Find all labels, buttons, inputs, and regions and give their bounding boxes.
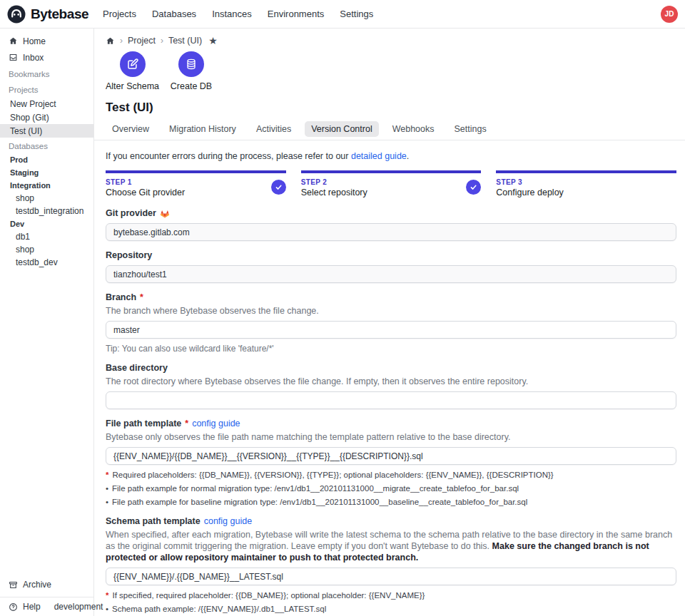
quick-action-create-db[interactable]: Create DB [169, 51, 213, 91]
sidebar-section-projects: Projects [0, 83, 93, 97]
sidebar-item-shop[interactable]: shop [0, 192, 93, 205]
required-asterisk: * [106, 470, 108, 480]
tab-migration-history[interactable]: Migration History [163, 121, 243, 137]
repository-form: Git provider Repository [106, 208, 676, 614]
step-title: Configure deploy [496, 188, 676, 197]
bytebase-logo-icon [7, 5, 26, 24]
branch-input[interactable] [106, 321, 676, 339]
detailed-guide-link[interactable]: detailed guide [351, 151, 407, 161]
user-avatar[interactable]: JD [661, 6, 678, 23]
top-navbar: Bytebase ProjectsDatabasesInstancesEnvir… [0, 0, 685, 29]
sidebar-bottom: Archive Help development [0, 575, 93, 616]
field-branch: Branch * The branch where Bytebase obser… [106, 292, 676, 354]
breadcrumb-separator: › [120, 36, 123, 46]
sidebar-item-dev[interactable]: Dev [0, 217, 93, 230]
page-title: Test (UI) [106, 101, 676, 115]
sidebar-item-new-project[interactable]: New Project [0, 97, 93, 111]
quick-action-label: Create DB [171, 81, 212, 91]
step-label: STEP 3 [496, 178, 676, 186]
help-label[interactable]: Help [23, 602, 41, 612]
field-git-provider: Git provider [106, 208, 676, 241]
bullet-marker: • [106, 604, 108, 614]
home-icon [9, 36, 18, 46]
git-provider-input[interactable] [106, 223, 676, 241]
tab-activities[interactable]: Activities [250, 121, 298, 137]
check-circle-icon [271, 180, 286, 195]
sidebar-item-db1[interactable]: db1 [0, 230, 93, 243]
quick-action-alter-schema[interactable]: Alter Schema [106, 51, 159, 91]
note-text: File path example for normal migration t… [112, 483, 519, 493]
file-path-template-helper: Bytebase only observes the file path nam… [106, 431, 676, 443]
nav-link-settings[interactable]: Settings [340, 9, 373, 19]
tab-overview[interactable]: Overview [106, 121, 156, 137]
sidebar-item-testdb-dev[interactable]: testdb_dev [0, 256, 93, 269]
sidebar-section-bookmarks: Bookmarks [0, 67, 93, 81]
sidebar-item-staging[interactable]: Staging [0, 166, 93, 179]
brand-name: Bytebase [31, 6, 88, 22]
note-text: File path example for baseline migration… [112, 497, 527, 507]
nav-link-environments[interactable]: Environments [268, 9, 324, 19]
note-item: *If specified, required placeholder: {{D… [106, 590, 676, 600]
tab-webhooks[interactable]: Webhooks [386, 121, 441, 137]
wizard-step-2: STEP 2Select repository [301, 170, 482, 197]
repository-input[interactable] [106, 265, 676, 283]
config-guide-link[interactable]: config guide [192, 419, 240, 429]
config-guide-link[interactable]: config guide [204, 516, 252, 527]
archive-label: Archive [23, 580, 51, 590]
git-provider-label: Git provider [106, 208, 676, 219]
nav-link-databases[interactable]: Databases [152, 9, 196, 19]
sidebar-item-inbox[interactable]: Inbox [0, 49, 93, 66]
breadcrumb: › Project › Test (UI) ★ [106, 36, 676, 46]
brand[interactable]: Bytebase [7, 5, 96, 24]
breadcrumb-separator: › [161, 36, 163, 46]
wizard-step-1: STEP 1Choose Git provider [106, 170, 286, 197]
tab-settings[interactable]: Settings [448, 121, 493, 137]
help-bar: Help development [0, 597, 93, 616]
nav-link-instances[interactable]: Instances [212, 9, 252, 19]
field-base-directory: Base directory The root directory where … [106, 363, 676, 409]
database-icon [178, 51, 204, 77]
inbox-icon [9, 53, 18, 62]
breadcrumb-project[interactable]: Project [128, 36, 156, 46]
required-asterisk: * [185, 419, 188, 429]
sidebar-item-home[interactable]: Home [0, 33, 93, 49]
favorite-star-icon[interactable]: ★ [208, 36, 218, 46]
file-path-template-input[interactable] [106, 447, 676, 465]
required-asterisk: * [106, 590, 108, 600]
note-text: Schema path example: /{{ENV_NAME}}/.db1_… [112, 604, 326, 614]
sidebar-item-label: Home [23, 36, 46, 46]
schema-path-template-input[interactable] [106, 568, 676, 585]
file-path-notes: *Required placeholders: {{DB_NAME}}, {{V… [106, 470, 676, 507]
breadcrumb-current[interactable]: Test (UI) [168, 36, 202, 46]
base-directory-helper: The root directory where Bytebase observ… [106, 376, 676, 387]
nav-link-projects[interactable]: Projects [103, 9, 136, 19]
note-item: •File path example for normal migration … [106, 483, 676, 493]
base-directory-input[interactable] [106, 391, 676, 409]
repository-label: Repository [106, 250, 676, 261]
main-nav: ProjectsDatabasesInstancesEnvironmentsSe… [103, 9, 373, 19]
tab-version-control[interactable]: Version Control [305, 121, 378, 137]
schema-path-template-helper: When specified, after each migration, By… [106, 529, 676, 563]
sidebar-item-testdb-integration[interactable]: testdb_integration [0, 205, 93, 217]
bullet-marker: • [106, 483, 108, 493]
sidebar-item-shop[interactable]: shop [0, 243, 93, 256]
sidebar-item-archive[interactable]: Archive [0, 575, 93, 594]
sidebar-section-databases: Databases [0, 139, 93, 153]
bullet-marker: • [106, 497, 108, 507]
sidebar-item-shop-git[interactable]: Shop (Git) [0, 111, 93, 124]
sidebar-item-integration[interactable]: Integration [0, 179, 93, 192]
note-item: •Schema path example: /{{ENV_NAME}}/.db1… [106, 604, 676, 614]
branch-tip: Tip: You can also use wildcard like 'fea… [106, 344, 676, 354]
sidebar-item-test-ui[interactable]: Test (UI) [0, 124, 93, 138]
sidebar-item-prod[interactable]: Prod [0, 153, 93, 166]
wizard-step-3: STEP 3Configure deploy [496, 170, 676, 197]
help-icon [9, 602, 18, 612]
branch-helper: The branch where Bytebase observes the f… [106, 305, 676, 317]
app-shell: HomeInboxBookmarksProjectsNew ProjectSho… [0, 29, 685, 616]
branch-label: Branch * [106, 292, 676, 303]
step-label: STEP 1 [106, 178, 286, 186]
sidebar-item-label: Inbox [23, 53, 44, 63]
file-path-template-label: File path template * config guide [106, 419, 676, 429]
home-icon[interactable] [106, 36, 115, 46]
step-label: STEP 2 [301, 178, 482, 186]
